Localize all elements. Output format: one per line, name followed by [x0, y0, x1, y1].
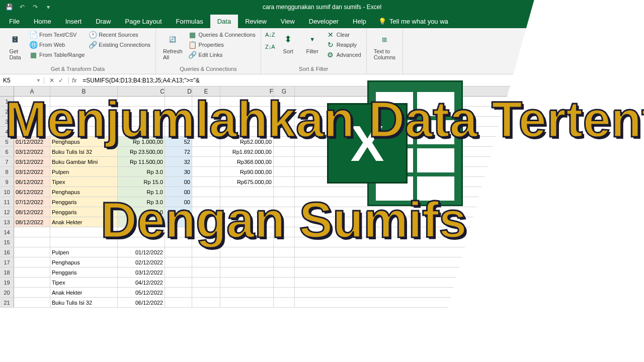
row-header[interactable]: 19: [0, 278, 14, 287]
cell[interactable]: 06/12/2022: [14, 187, 50, 197]
cell[interactable]: Pulpen: [50, 247, 118, 257]
name-box[interactable]: K5 ▼: [0, 77, 44, 84]
cell[interactable]: 03/12/2022: [14, 157, 50, 166]
cell[interactable]: Anak Hekter: [50, 217, 118, 227]
row-header[interactable]: 3: [0, 117, 14, 126]
queries-button[interactable]: ▦Queries & Connections: [188, 30, 257, 39]
cell[interactable]: [192, 157, 220, 166]
tab-view[interactable]: View: [274, 15, 302, 28]
cell[interactable]: 03/12/2022: [14, 167, 50, 176]
row-header[interactable]: 18: [0, 267, 14, 277]
tab-developer[interactable]: Developer: [302, 15, 346, 28]
cell[interactable]: Anak Hekter: [50, 288, 118, 297]
cell[interactable]: [192, 257, 220, 267]
cell[interactable]: [192, 137, 220, 146]
tab-file[interactable]: File: [2, 15, 27, 28]
cell[interactable]: [274, 207, 295, 217]
cell[interactable]: [118, 107, 165, 116]
cell[interactable]: Rp 11.500,00: [118, 157, 165, 166]
edit-links-button[interactable]: 🔗Edit Links: [188, 50, 257, 59]
col-header-f[interactable]: F: [220, 86, 274, 96]
cell[interactable]: [220, 217, 274, 227]
cell[interactable]: Buku Tulis Isi 32: [50, 298, 118, 307]
existing-connections-button[interactable]: 🔗Existing Connections: [88, 40, 151, 49]
properties-button[interactable]: 📋Properties: [188, 40, 257, 49]
sort-za-button[interactable]: Z↓A: [265, 42, 275, 51]
cell[interactable]: [118, 97, 165, 106]
cell[interactable]: Rp 3.0: [118, 207, 165, 217]
cell[interactable]: [192, 127, 220, 136]
col-header-b[interactable]: B: [50, 86, 118, 96]
redo-icon[interactable]: ↷: [30, 2, 40, 12]
row-header[interactable]: 9: [0, 177, 14, 187]
col-header-g[interactable]: G: [274, 86, 295, 96]
cell[interactable]: Pulpen: [50, 167, 118, 176]
row-header[interactable]: 17: [0, 257, 14, 267]
cell[interactable]: Buku Tulis Isi 32: [50, 147, 118, 156]
col-header-e[interactable]: E: [192, 86, 220, 96]
cell[interactable]: [165, 107, 192, 116]
cell[interactable]: [274, 298, 295, 307]
cell[interactable]: [220, 97, 274, 106]
row-header[interactable]: 13: [0, 217, 14, 227]
cell[interactable]: Rp675.000,00: [220, 177, 274, 187]
cell[interactable]: [14, 117, 50, 126]
cell[interactable]: [192, 247, 220, 257]
row-header[interactable]: 12: [0, 207, 14, 217]
get-data-button[interactable]: 🗄️ Get Data: [4, 30, 26, 61]
cell[interactable]: 00: [165, 187, 192, 197]
save-icon[interactable]: 💾: [4, 2, 14, 12]
advanced-button[interactable]: ⚙Advanced: [326, 50, 362, 59]
cell[interactable]: [14, 247, 50, 257]
cell[interactable]: [220, 267, 274, 277]
cell[interactable]: [220, 117, 274, 126]
col-header-c[interactable]: C: [118, 86, 165, 96]
clear-button[interactable]: ✕Clear: [326, 30, 362, 39]
text-to-columns-button[interactable]: ▥ Text to Columns: [371, 30, 398, 61]
reapply-button[interactable]: ↻Reapply: [326, 40, 362, 49]
cell[interactable]: [274, 177, 295, 187]
cell[interactable]: Rp 1.000,00: [118, 137, 165, 146]
cell[interactable]: Penghapus: [50, 257, 118, 267]
qat-customize-icon[interactable]: ▾: [43, 2, 53, 12]
cell[interactable]: 32: [165, 157, 192, 166]
cell[interactable]: [192, 187, 220, 197]
cell[interactable]: [274, 257, 295, 267]
cell[interactable]: [274, 167, 295, 176]
row-header[interactable]: 2: [0, 107, 14, 116]
cell[interactable]: [274, 247, 295, 257]
cell[interactable]: [165, 257, 192, 267]
cell[interactable]: 01/12/2022: [14, 137, 50, 146]
cell[interactable]: Rp 15.0: [118, 177, 165, 187]
undo-icon[interactable]: ↶: [17, 2, 27, 12]
cell[interactable]: 06/12/2022: [118, 298, 165, 307]
cell[interactable]: [220, 298, 274, 307]
cell[interactable]: [165, 117, 192, 126]
cell[interactable]: [220, 288, 274, 297]
cell[interactable]: [192, 147, 220, 156]
cell[interactable]: [192, 197, 220, 207]
cell[interactable]: [50, 97, 118, 106]
cell[interactable]: [14, 97, 50, 106]
cell[interactable]: Rp1.692.000,00: [220, 147, 274, 156]
cell[interactable]: [192, 267, 220, 277]
cell[interactable]: [220, 278, 274, 287]
cell[interactable]: Penggaris: [50, 197, 118, 207]
sort-button[interactable]: ⬍ Sort: [277, 30, 299, 55]
cell[interactable]: Rp 2.5: [118, 217, 165, 227]
cell[interactable]: Tipex: [50, 278, 118, 287]
cell[interactable]: [192, 227, 220, 237]
cell[interactable]: [220, 237, 274, 247]
from-text-csv-button[interactable]: 📄From Text/CSV: [28, 30, 86, 39]
cell[interactable]: [118, 227, 165, 237]
cell[interactable]: [192, 107, 220, 116]
cell[interactable]: [14, 127, 50, 136]
cell[interactable]: [118, 117, 165, 126]
row-header[interactable]: 6: [0, 147, 14, 156]
cell[interactable]: [14, 107, 50, 116]
cell[interactable]: [274, 217, 295, 227]
row-header[interactable]: 7: [0, 157, 14, 166]
cell[interactable]: 01/12/2022: [118, 247, 165, 257]
cell[interactable]: [14, 298, 50, 307]
cell[interactable]: [274, 137, 295, 146]
